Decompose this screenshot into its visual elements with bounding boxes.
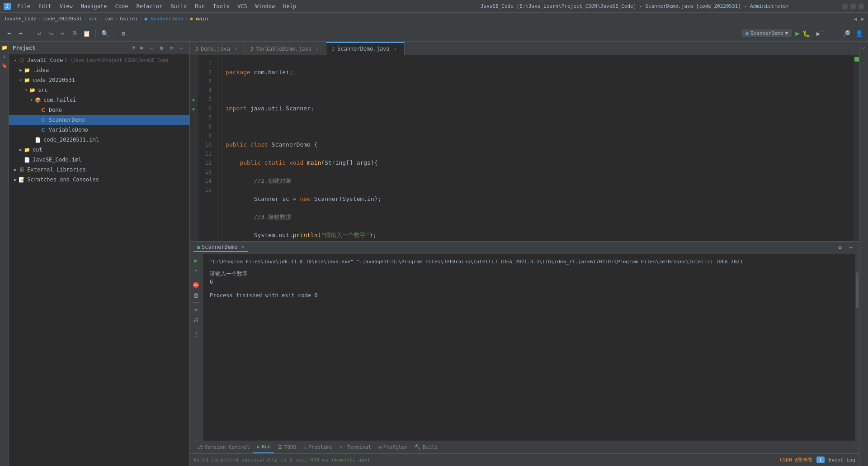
- run-button[interactable]: ▶: [795, 29, 800, 38]
- run-print-btn[interactable]: 🖨: [192, 315, 201, 324]
- tree-item-out[interactable]: ▶ 📁 out: [9, 145, 189, 155]
- project-settings-btn[interactable]: ⚙: [157, 43, 166, 52]
- breadcrumb-project[interactable]: JavaSE_Code: [4, 16, 37, 22]
- project-scroll-to-btn[interactable]: ⊕: [137, 43, 146, 52]
- tab-demo-java[interactable]: J Demo.java ×: [190, 42, 245, 55]
- tree-item-code20220531[interactable]: ▾ 📁 code_20220531: [9, 75, 189, 85]
- menu-refactor[interactable]: Refactor: [132, 2, 166, 10]
- tree-item-iml2[interactable]: 📄 JavaSE_Code.iml: [9, 155, 189, 165]
- gutter-run-arrow-5[interactable]: ▶: [193, 95, 195, 104]
- nav-forward-button[interactable]: ▶: [861, 15, 864, 22]
- tab-terminal[interactable]: >_ Terminal: [336, 441, 375, 453]
- code-content[interactable]: package com.hailei; import java.util.Sca…: [218, 55, 854, 241]
- tree-item-demo[interactable]: C Demo: [9, 105, 189, 115]
- tab-close-demo[interactable]: ×: [233, 46, 239, 52]
- toolbar-forward[interactable]: ➡: [15, 28, 26, 39]
- event-log-label[interactable]: Event Log: [828, 457, 855, 463]
- tree-item-iml1[interactable]: 📄 code_20220531.iml: [9, 135, 189, 145]
- menu-build[interactable]: Build: [167, 2, 190, 10]
- event-log-badge[interactable]: 1: [816, 456, 825, 463]
- toolbar-cut[interactable]: ✂: [57, 28, 68, 39]
- menu-code[interactable]: Code: [112, 2, 132, 10]
- tab-close-variable[interactable]: ×: [314, 46, 321, 52]
- toolbar-copy[interactable]: ⎘: [69, 28, 80, 39]
- tab-scanner-java[interactable]: J ScannerDemo.java ×: [326, 42, 405, 55]
- run-soft-wrap-btn[interactable]: ⇌: [192, 305, 201, 314]
- tab-close-scanner[interactable]: ×: [392, 46, 399, 52]
- run-panel-header: ■ ScannerDemo × ⚙ –: [190, 242, 859, 254]
- menu-view[interactable]: View: [56, 2, 76, 10]
- run-config-selector[interactable]: ● ScannerDemo ▼: [742, 29, 792, 37]
- close-button[interactable]: ✕: [858, 3, 864, 10]
- tab-run[interactable]: ▶ Run: [253, 441, 274, 453]
- tree-item-ext-libs[interactable]: ▶ 🗄 External Libraries: [9, 165, 189, 175]
- tree-item-com-hailei[interactable]: ▾ 📦 com.hailei: [9, 95, 189, 105]
- breadcrumb-module[interactable]: code_20220531: [43, 16, 82, 22]
- project-sort-btn[interactable]: ≡: [167, 43, 176, 52]
- tabs-overflow[interactable]: ⋮: [849, 48, 859, 55]
- menu-edit[interactable]: Edit: [35, 2, 55, 10]
- toolbar-paste[interactable]: 📋: [81, 28, 92, 39]
- run-more-btn[interactable]: ⋮: [192, 329, 201, 338]
- tab-build[interactable]: 🔨 Build: [411, 441, 441, 453]
- breadcrumb-method[interactable]: ⊕ main: [190, 16, 208, 22]
- tree-item-scanner-demo[interactable]: C ScannerDemo: [9, 115, 189, 125]
- tab-version-control[interactable]: ⎇ Version Control: [193, 441, 253, 453]
- tree-item-src[interactable]: ▾ 📂 src: [9, 85, 189, 95]
- menu-window[interactable]: Window: [252, 2, 278, 10]
- run-clear-btn[interactable]: 🗑: [192, 291, 201, 300]
- maximize-button[interactable]: □: [850, 3, 856, 10]
- debug-button[interactable]: 🐛: [802, 30, 810, 37]
- run-tab-close[interactable]: ×: [241, 244, 245, 250]
- menu-navigate[interactable]: Navigate: [77, 2, 111, 10]
- tree-item-variable-demo[interactable]: C VariableDemo: [9, 125, 189, 135]
- sidebar-project-icon[interactable]: 📁: [0, 43, 9, 52]
- toolbar-redo[interactable]: ↪: [46, 28, 57, 39]
- project-collapse-btn[interactable]: —: [147, 43, 156, 52]
- toolbar-coverage[interactable]: ▶̈: [813, 28, 824, 39]
- run-restart-btn[interactable]: ▶: [192, 256, 201, 265]
- run-settings-btn[interactable]: ⚙: [835, 243, 844, 252]
- project-scope-btn[interactable]: ▼: [132, 45, 135, 51]
- tree-item-scratches[interactable]: ▶ 📝 Scratches and Consoles: [9, 175, 189, 185]
- tree-item-JavaSE_Code[interactable]: ▾ ⬡ JavaSE_Code E:\Java_Learn\Project_CS…: [9, 55, 189, 65]
- run-scrollbar-thumb[interactable]: [856, 272, 859, 309]
- code-line-5: public class ScannerDemo {: [226, 140, 850, 149]
- toolbar-user[interactable]: 👤: [854, 28, 864, 39]
- run-scroll-up-btn[interactable]: ↑: [192, 266, 201, 276]
- breadcrumb-com[interactable]: com: [104, 16, 113, 22]
- menu-help[interactable]: Help: [279, 2, 300, 10]
- gutter-run-arrow-6[interactable]: ▶: [193, 104, 195, 113]
- run-stop-btn[interactable]: ⛔: [192, 281, 201, 290]
- breadcrumb-file[interactable]: ● ScannerDemo: [145, 16, 184, 22]
- tree-item-idea[interactable]: ▶ 📁 .idea: [9, 65, 189, 75]
- run-scrollbar[interactable]: [855, 254, 859, 441]
- toolbar-back[interactable]: ⬅: [4, 28, 14, 39]
- tab-problems[interactable]: ⚠ Problems: [300, 441, 336, 453]
- menu-file[interactable]: File: [14, 2, 34, 10]
- sidebar-structure-icon[interactable]: ≡: [0, 52, 9, 61]
- toolbar-undo[interactable]: ↩: [34, 28, 45, 39]
- nav-back-button[interactable]: ◀: [854, 15, 857, 22]
- tab-profiler[interactable]: ◎ Profiler: [375, 441, 411, 453]
- toolbar-settings[interactable]: ⚙: [118, 28, 129, 39]
- menu-tools[interactable]: Tools: [209, 2, 233, 10]
- project-hide-btn[interactable]: –: [177, 43, 186, 52]
- sidebar-bookmarks-icon[interactable]: 🔖: [0, 62, 9, 70]
- breadcrumb-src[interactable]: src: [89, 16, 98, 22]
- tab-variable-java[interactable]: J VariableDemo.java ×: [245, 42, 326, 55]
- toolbar-search-everywhere[interactable]: 🔎: [841, 28, 852, 39]
- tab-todo[interactable]: ☰ TODO: [274, 441, 300, 453]
- run-tab-scanner[interactable]: ■ ScannerDemo ×: [193, 243, 248, 252]
- minimize-button[interactable]: ─: [842, 3, 848, 10]
- breadcrumb-hailei[interactable]: hailei: [120, 16, 138, 22]
- tree-arrow-variable-demo: [34, 127, 40, 133]
- toolbar-search[interactable]: 🔍: [99, 28, 110, 39]
- menu-vcs[interactable]: VCS: [234, 2, 251, 10]
- right-sidebar-icon-1[interactable]: ✓: [859, 43, 868, 52]
- ln-3: 3: [198, 77, 214, 86]
- tree-arrow-src: ▾: [24, 87, 29, 93]
- menu-run[interactable]: Run: [191, 2, 208, 10]
- run-hide-btn[interactable]: –: [846, 243, 855, 252]
- run-tab-icon: ■: [197, 245, 200, 250]
